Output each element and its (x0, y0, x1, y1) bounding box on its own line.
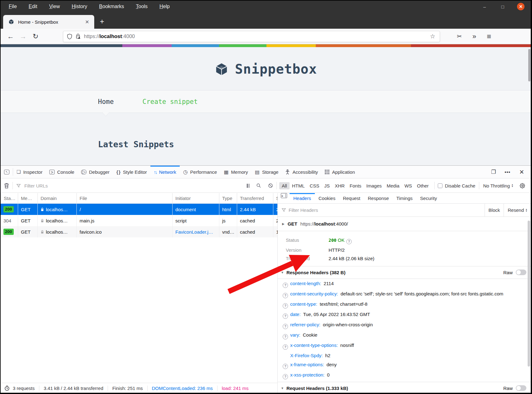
details-tab-response[interactable]: Response (364, 193, 393, 203)
col-method[interactable]: Me… (18, 193, 37, 203)
header-help-icon[interactable]: ? (283, 324, 288, 329)
filter-type-js[interactable]: JS (322, 182, 332, 189)
expand-twisty-icon[interactable]: ▶ (282, 222, 285, 226)
load-time[interactable]: load: 241 ms (217, 386, 253, 391)
minimize-button[interactable]: – (481, 3, 488, 10)
header-row-content-type[interactable]: ? content-type:text/html; charset=utf-8 (278, 299, 531, 310)
filter-type-media[interactable]: Media (384, 182, 402, 189)
raw-toggle[interactable] (516, 270, 526, 275)
close-button[interactable]: ✕ (517, 3, 525, 10)
resend-button[interactable]: Resend▴▾ (504, 204, 531, 216)
devtools-tab-network[interactable]: ↑↓Network (150, 166, 180, 178)
maximize-button[interactable]: □ (499, 3, 506, 10)
col-transferred[interactable]: Transferred (237, 193, 273, 203)
details-tab-timings[interactable]: Timings (393, 193, 416, 203)
collapse-twisty-icon[interactable]: ▼ (281, 387, 284, 390)
shield-icon[interactable] (66, 33, 73, 40)
details-tab-request[interactable]: Request (339, 193, 364, 203)
devtools-tab-debugger[interactable]: ▷Debugger (78, 166, 113, 178)
screenshot-tool-icon[interactable]: ✂ (457, 33, 462, 40)
clear-requests-trash-icon[interactable] (1, 183, 12, 188)
disable-cache-label[interactable]: Disable Cache (445, 183, 476, 188)
request-row-document[interactable]: 200 GET localhos… / document html 2.44 k… (1, 204, 277, 215)
details-tab-cookies[interactable]: Cookies (315, 193, 339, 203)
browser-tab-home-snippetbox[interactable]: Home - Snippetbox ✕ (3, 15, 94, 29)
domcontentloaded-time[interactable]: DOMContentLoaded: 236 ms (147, 386, 217, 391)
request-row-favicon[interactable]: 200 GET localhos… favicon.ico FaviconLoa… (1, 226, 277, 237)
block-button[interactable]: Block (485, 204, 504, 216)
disable-cache-checkbox[interactable] (438, 183, 442, 188)
header-help-icon[interactable]: ? (283, 293, 288, 298)
header-row-content-length[interactable]: ? content-length:2114 (278, 279, 531, 289)
tab-close-icon[interactable]: ✕ (84, 19, 90, 25)
filter-headers-input[interactable]: Filter Headers (289, 207, 318, 213)
devtools-tab-inspector[interactable]: ❏Inspector (13, 166, 46, 178)
back-button[interactable]: ← (4, 32, 17, 41)
header-help-icon[interactable]: ? (283, 364, 288, 369)
network-settings-gear-icon[interactable] (516, 183, 529, 189)
hamburger-menu-icon[interactable]: ≡ (487, 32, 491, 41)
split-panel-toggle-icon[interactable] (281, 193, 287, 198)
header-row-referrer-policy[interactable]: ? referrer-policy:origin-when-cross-orig… (278, 320, 531, 330)
col-initiator[interactable]: Initiator (172, 193, 219, 203)
details-tab-security[interactable]: Security (416, 193, 441, 203)
devtools-more-options-icon[interactable]: ••• (501, 169, 514, 175)
header-row-content-security-policy[interactable]: ? content-security-policy:default-src 's… (278, 289, 531, 299)
header-help-icon[interactable]: ? (283, 283, 288, 288)
pick-element-icon[interactable]: ↖ (1, 166, 13, 178)
devtools-tab-console[interactable]: >Console (46, 166, 78, 178)
devtools-tab-performance[interactable]: ◷Performance (180, 166, 221, 178)
reload-button[interactable]: ↻ (29, 32, 42, 41)
site-nav-create-snippet[interactable]: Create snippet (143, 98, 198, 105)
collapse-twisty-icon[interactable]: ▼ (281, 271, 284, 274)
filter-type-images[interactable]: Images (364, 182, 384, 189)
devtools-tab-application[interactable]: Application (321, 166, 358, 178)
raw-toggle[interactable] (516, 385, 526, 391)
header-help-icon[interactable]: ? (283, 374, 288, 379)
header-row-vary[interactable]: ? vary:Cookie (278, 330, 531, 341)
header-row-x-firefox-spdy[interactable]: X-Firefox-Spdy:h2 (278, 351, 531, 360)
menu-help[interactable]: Help (159, 4, 170, 9)
header-row-x-frame-options[interactable]: ? x-frame-options:deny (278, 360, 531, 370)
pause-traffic-icon[interactable] (243, 184, 253, 188)
request-row-mainjs[interactable]: 304 GET localhos… main.js script js cach… (1, 215, 277, 226)
menu-file[interactable]: File (9, 4, 17, 9)
details-scrollbar[interactable] (528, 221, 530, 367)
throttling-select[interactable]: No Throttling (483, 183, 510, 188)
responsive-design-mode-icon[interactable]: ❐ (488, 169, 499, 175)
devtools-tab-accessibility[interactable]: Accessibility (282, 166, 321, 178)
request-headers-section[interactable]: ▼ Request Headers (1.333 kB) Raw (278, 382, 531, 393)
col-domain[interactable]: Domain (37, 193, 76, 203)
overflow-chevron-icon[interactable]: » (472, 32, 476, 41)
url-bar[interactable]: https://localhost:4000 ☆ (63, 31, 440, 42)
header-help-icon[interactable]: ? (283, 303, 288, 309)
menu-view[interactable]: View (49, 4, 60, 9)
filter-type-other[interactable]: Other (414, 182, 431, 189)
col-file[interactable]: File (76, 193, 172, 203)
header-help-icon[interactable]: ? (283, 314, 288, 319)
lock-warning-icon[interactable] (75, 33, 81, 39)
status-help-icon[interactable]: ? (346, 239, 352, 244)
header-help-icon[interactable]: ? (283, 334, 288, 339)
details-tab-headers[interactable]: Headers (290, 193, 315, 203)
menu-tools[interactable]: Tools (136, 4, 148, 9)
search-icon[interactable] (253, 183, 265, 188)
filter-urls-input[interactable]: Filter URLs (24, 183, 48, 188)
bookmark-star-icon[interactable]: ☆ (430, 33, 437, 40)
header-help-icon[interactable]: ? (283, 344, 288, 350)
menu-edit[interactable]: Edit (29, 4, 37, 9)
response-headers-section[interactable]: ▼ Response Headers (382 B) Raw (278, 266, 531, 279)
block-request-icon[interactable] (265, 183, 276, 188)
new-tab-button[interactable]: + (100, 17, 104, 26)
devtools-close-icon[interactable]: ✕ (516, 168, 528, 176)
filter-type-css[interactable]: CSS (307, 182, 322, 189)
page-scrollbar[interactable] (528, 49, 530, 81)
filter-type-fonts[interactable]: Fonts (347, 182, 364, 189)
header-row-x-xss-protection[interactable]: ? x-xss-protection:0 (278, 370, 531, 381)
devtools-tab-memory[interactable]: ▦Memory (220, 166, 251, 178)
filter-type-ws[interactable]: WS (402, 182, 414, 189)
filter-type-xhr[interactable]: XHR (332, 182, 347, 189)
col-status[interactable]: Sta… (1, 193, 18, 203)
menu-history[interactable]: History (72, 4, 87, 9)
header-row-date[interactable]: ? date:Tue, 05 Apr 2022 16:43:52 GMT (278, 310, 531, 320)
